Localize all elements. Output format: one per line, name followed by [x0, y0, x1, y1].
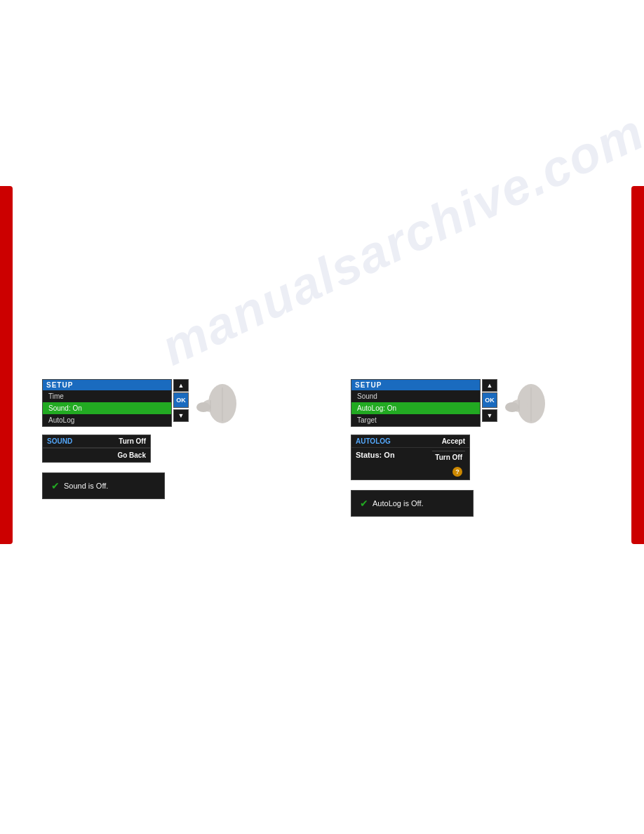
svg-point-2: [196, 402, 210, 412]
right-accept-btn[interactable]: Accept: [442, 437, 465, 445]
left-sound-submenu-container: SOUND Turn Off Go Back: [42, 435, 240, 463]
left-arrow-col: ▲ OK ▼: [173, 379, 189, 423]
left-setup-row: SETUP Time Sound: On AutoLog ▲ OK ▼: [42, 379, 240, 431]
right-question-icon[interactable]: ?: [452, 467, 462, 477]
right-setup-row: SETUP Sound AutoLog: On Target ▲ OK ▼: [351, 379, 549, 431]
right-confirm-message: AutoLog is Off.: [373, 499, 424, 508]
right-arrow-up[interactable]: ▲: [482, 379, 497, 392]
right-setup-item-sound[interactable]: Sound: [351, 390, 480, 402]
right-setup-header: SETUP: [351, 380, 480, 390]
left-sound-title: SOUND: [47, 437, 72, 445]
left-sound-section: SETUP Time Sound: On AutoLog ▲ OK ▼: [42, 379, 240, 499]
right-autolog-actions: Turn Off ?: [432, 451, 465, 477]
right-confirm-box: ✔ AutoLog is Off.: [351, 490, 474, 517]
right-question-container: ?: [452, 465, 465, 477]
right-autolog-title: AUTOLOG: [356, 437, 391, 445]
left-turn-off-btn[interactable]: Turn Off: [119, 437, 146, 445]
left-setup-item-time[interactable]: Time: [43, 390, 171, 402]
svg-point-7: [505, 402, 519, 412]
left-setup-menu: SETUP Time Sound: On AutoLog: [42, 379, 172, 427]
right-arrow-col: ▲ OK ▼: [482, 379, 497, 423]
right-autolog-section: SETUP Sound AutoLog: On Target ▲ OK ▼ AU…: [351, 379, 549, 517]
left-arrow-down[interactable]: ▼: [173, 409, 189, 422]
left-confirm-text: ✔ Sound is Off.: [51, 480, 156, 491]
right-turn-off-btn[interactable]: Turn Off: [432, 451, 465, 463]
left-setup-item-sound[interactable]: Sound: On: [43, 402, 171, 414]
right-ok-button[interactable]: OK: [482, 392, 497, 408]
right-autolog-header: AUTOLOG Accept: [351, 435, 469, 448]
right-setup-menu: SETUP Sound AutoLog: On Target: [351, 379, 481, 427]
right-arrow-down[interactable]: ▼: [482, 409, 497, 422]
right-setup-item-target[interactable]: Target: [351, 414, 480, 426]
left-red-bar: [0, 186, 13, 544]
right-autolog-body: Status: On Turn Off ?: [351, 448, 469, 479]
right-setup-item-autolog[interactable]: AutoLog: On: [351, 402, 480, 414]
left-sound-submenu: SOUND Turn Off Go Back: [42, 435, 151, 463]
left-go-back-btn[interactable]: Go Back: [43, 448, 150, 462]
left-confirm-message: Sound is Off.: [64, 482, 108, 490]
left-ok-button[interactable]: OK: [173, 392, 189, 408]
left-check-icon: ✔: [51, 480, 60, 491]
right-confirm-text: ✔ AutoLog is Off.: [360, 498, 464, 509]
left-setup-header: SETUP: [43, 380, 171, 390]
watermark: manualsarchive.com: [153, 102, 644, 377]
left-sound-header: SOUND Turn Off: [43, 435, 150, 448]
right-finger-illustration: [499, 379, 549, 431]
left-finger-illustration: [191, 379, 240, 431]
left-confirm-box: ✔ Sound is Off.: [42, 472, 165, 499]
right-autolog-submenu: AUTOLOG Accept Status: On Turn Off ?: [351, 435, 470, 480]
right-autolog-status: Status: On: [356, 451, 395, 459]
left-setup-item-autolog[interactable]: AutoLog: [43, 414, 171, 426]
right-check-icon: ✔: [360, 498, 368, 509]
right-red-bar: [631, 186, 644, 544]
right-autolog-submenu-container: AUTOLOG Accept Status: On Turn Off ?: [351, 435, 549, 480]
left-arrow-up[interactable]: ▲: [173, 379, 189, 392]
